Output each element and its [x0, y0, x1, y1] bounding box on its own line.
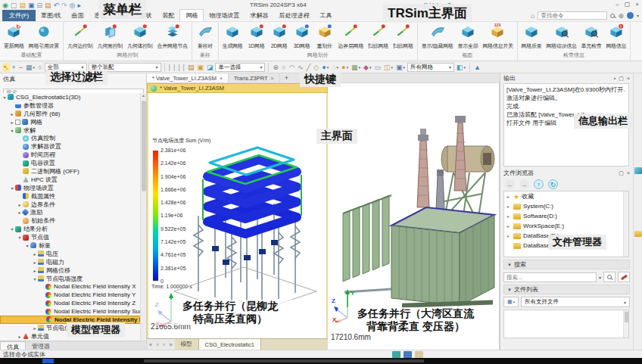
drive-item-3[interactable]: ▸WorkSpace(E:) — [504, 221, 628, 231]
ribbon-button[interactable]: 兼容对 — [194, 23, 217, 51]
wireframe-view-icon[interactable]: ◌▾ — [331, 63, 339, 72]
ribbon-button[interactable]: 生成网格 — [220, 23, 245, 51]
document-view-icon[interactable] — [415, 351, 423, 358]
remove-filter-icon[interactable]: − — [18, 63, 23, 72]
menu-tab-9[interactable]: 求解器 — [245, 10, 273, 21]
sheet-tab-0[interactable]: 模型 — [175, 339, 198, 350]
new-tab-button[interactable]: + — [280, 73, 293, 82]
refresh-icon[interactable]: ↻ — [548, 179, 558, 189]
tree-arrow-icon[interactable]: ▸ — [17, 334, 23, 339]
drive-item-1[interactable]: ▸System(C:) — [504, 201, 628, 211]
tree-arrow-icon[interactable]: ▸ — [32, 268, 38, 273]
ribbon-button[interactable]: 3D网格 — [291, 23, 313, 51]
tree-item[interactable]: 初始条件 — [0, 216, 141, 225]
table-view-icon[interactable] — [392, 351, 400, 358]
open-file-icon[interactable]: ▤ — [19, 2, 26, 9]
search-go-button[interactable] — [603, 272, 616, 282]
display-mode-icon[interactable]: ▣▾ — [395, 63, 406, 72]
panel-button-icon[interactable]: × — [627, 170, 630, 176]
tree-item[interactable]: 参数管理器 — [0, 101, 141, 110]
doc-tab-1[interactable]: Trans.Z3PRT× — [229, 73, 280, 82]
tree-arrow-icon[interactable]: ▸ — [32, 325, 38, 331]
tree-arrow-icon[interactable]: ▸ — [507, 223, 513, 229]
checkbox[interactable] — [15, 120, 20, 125]
save-icon[interactable]: ▣ — [28, 2, 35, 9]
tree-arrow-icon[interactable]: ▾ — [9, 226, 15, 232]
tree-item[interactable]: ▸电磁力 — [0, 258, 141, 266]
tree-item[interactable]: ▾物理场设置 — [0, 184, 141, 192]
ribbon-button[interactable]: 单元检查 — [579, 23, 604, 51]
menu-tab-11[interactable]: 工具 — [314, 10, 337, 21]
snap-point-icon[interactable]: | — [168, 63, 171, 72]
tree-item[interactable]: ▾标量 — [0, 241, 141, 250]
tree-arrow-icon[interactable]: ▾ — [9, 185, 15, 191]
ribbon-button[interactable]: 显示/隐藏网格 — [419, 23, 456, 51]
forward-icon[interactable]: → — [519, 179, 529, 189]
drive-item-0[interactable]: ▸★收藏 — [504, 191, 628, 201]
user-dropdown-icon[interactable]: ▾ — [637, 13, 639, 18]
tree-item[interactable]: ▾求解 — [0, 126, 141, 135]
ribbon-button[interactable]: 123网格信息开关 — [480, 23, 515, 51]
tree-arrow-icon[interactable]: ▾ — [2, 95, 8, 100]
open-assembly-icon[interactable]: ▤ — [45, 2, 51, 9]
tree-item[interactable]: Nodal Electric Field Intensity Sum — [0, 307, 141, 316]
app-logo-icon[interactable]: ◉ — [2, 2, 8, 9]
section-cone-icon[interactable]: ▲ — [473, 63, 482, 72]
close-icon[interactable]: × — [635, 1, 639, 8]
ribbon-button[interactable]: ↻更新网格 — [2, 23, 26, 51]
window-icon[interactable]: ▭ — [373, 63, 382, 72]
import-model-icon[interactable]: ◪ — [206, 63, 214, 72]
view-mode-button[interactable]: ▦▾ — [503, 297, 519, 307]
menu-tab-7[interactable]: 网格 — [179, 9, 204, 21]
tree-item[interactable]: 电容设置 — [0, 159, 141, 167]
tree-arrow-icon[interactable]: ▸ — [507, 194, 513, 199]
drive-item-2[interactable]: ▸Software(D:) — [504, 211, 628, 221]
snap-point-icon[interactable]: | — [182, 63, 185, 72]
tree-arrow-icon[interactable]: ▾ — [9, 128, 15, 133]
menu-tab-2[interactable]: 曲面 — [66, 10, 89, 21]
panel-tab-0[interactable]: 仿真 — [0, 341, 26, 350]
tree-arrow-icon[interactable]: ▸ — [17, 202, 23, 207]
tree-arrow-icon[interactable]: ▾ — [24, 243, 30, 248]
snap-point-icon[interactable]: | — [177, 63, 180, 72]
ribbon-button[interactable]: 扫掠网格 — [391, 23, 416, 51]
tree-item[interactable]: ▾CSG_Electrostatic1(3D) — [0, 93, 141, 101]
user-account-icon[interactable] — [627, 12, 634, 19]
arc-tool-icon[interactable]: ◠ — [288, 63, 295, 72]
tree-item[interactable]: 求解器设置 — [0, 142, 141, 151]
menu-tab-10[interactable]: 后处理进程 — [273, 10, 314, 21]
mesh-cube-icon[interactable]: ◧▾ — [456, 63, 466, 72]
print-icon[interactable]: ⊟ — [36, 2, 42, 9]
tree-item[interactable]: ▸网格位移 — [0, 266, 141, 275]
clear-search-button[interactable] — [618, 272, 630, 282]
panel-button-icon[interactable]: ▪ — [614, 76, 616, 82]
search-icon[interactable] — [610, 14, 615, 18]
ribbon-button[interactable]: 重划分 — [313, 23, 336, 51]
tree-arrow-icon[interactable]: ▾ — [17, 235, 23, 240]
clipboard-icon[interactable]: ▤ — [187, 63, 195, 72]
ribbon-button[interactable]: 2D网格 — [268, 23, 291, 51]
home-icon[interactable]: ⌂ — [531, 12, 534, 20]
ribbon-button[interactable]: 网格错误信息 — [544, 23, 578, 51]
folder-icon[interactable]: ▣ — [196, 63, 204, 72]
tree-arrow-icon[interactable]: ▸ — [507, 213, 513, 219]
file-list-area[interactable] — [503, 310, 629, 338]
folder-tab-icon[interactable] — [634, 231, 642, 237]
back-icon[interactable]: ← — [505, 179, 515, 189]
panel-button-icon[interactable]: ▢ — [619, 170, 624, 176]
pick-arrow-icon[interactable]: ↖ — [2, 63, 10, 72]
tree-item[interactable]: 时间历程 — [0, 151, 141, 159]
tree-item[interactable]: Nodal Electric Field Intensity Z — [0, 299, 141, 307]
close-tab-icon[interactable]: × — [220, 76, 223, 81]
view-target-icon[interactable]: ◎ — [70, 2, 76, 9]
render-mode-icon[interactable]: ●▾ — [341, 63, 349, 72]
line-tool-icon[interactable]: ╱ — [306, 63, 311, 72]
redo-icon[interactable]: ↷ — [61, 2, 67, 9]
play-icon[interactable]: ▸ — [77, 2, 81, 9]
menu-tab-1[interactable]: 草图/线 — [36, 10, 66, 21]
menu-tab-6[interactable]: 装配 — [157, 10, 179, 21]
command-search-input[interactable] — [538, 11, 607, 20]
sheet-nav-icon[interactable]: « — [147, 339, 154, 350]
tree-arrow-icon[interactable]: ▸ — [9, 120, 15, 125]
ribbon-button[interactable]: 网格引用设置 — [26, 23, 61, 51]
